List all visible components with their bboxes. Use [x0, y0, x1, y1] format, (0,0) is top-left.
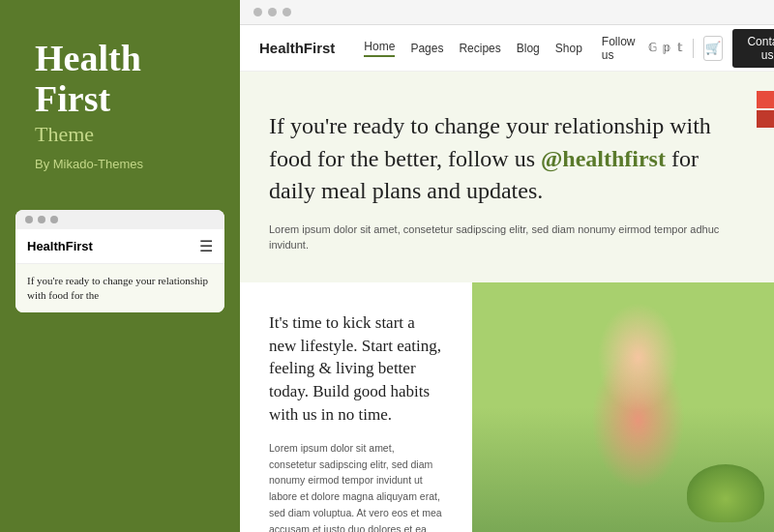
- sidebar-author: By Mikado-Themes: [35, 157, 211, 171]
- salad-bowl: [687, 464, 764, 522]
- mini-hero-text: If you're ready to change your relations…: [27, 274, 213, 304]
- sidebar-top: Health First Theme By Mikado-Themes: [0, 0, 240, 200]
- browser-chrome: [240, 0, 774, 25]
- site-nav: HealthFirst Home Pages Recipes Blog Shop…: [240, 25, 774, 72]
- float-btn-bottom[interactable]: [757, 110, 774, 128]
- nav-shop[interactable]: Shop: [555, 42, 582, 55]
- mini-browser-bar: [15, 210, 224, 229]
- cart-icon[interactable]: 🛒: [703, 36, 723, 61]
- mini-dot-1: [25, 216, 33, 223]
- nav-blog[interactable]: Blog: [517, 42, 540, 55]
- main-content: HealthFirst Home Pages Recipes Blog Shop…: [240, 0, 774, 532]
- nav-recipes[interactable]: Recipes: [459, 42, 500, 55]
- mini-dot-2: [38, 216, 45, 223]
- mini-nav: HealthFirst ☰: [15, 229, 224, 264]
- nav-links: Home Pages Recipes Blog Shop: [364, 40, 581, 57]
- hero-section: If you're ready to change your relations…: [240, 72, 774, 282]
- mini-browser-preview: HealthFirst ☰ If you're ready to change …: [15, 210, 224, 313]
- follow-us-label: Follow us: [602, 35, 639, 62]
- float-btn-top[interactable]: [757, 91, 774, 108]
- bottom-left: It's time to kick start a new lifestyle.…: [240, 282, 472, 532]
- nav-pages[interactable]: Pages: [410, 42, 443, 55]
- hero-handle: @healthfirst: [541, 146, 666, 171]
- mini-content: If you're ready to change your relations…: [15, 264, 224, 313]
- sidebar: Health First Theme By Mikado-Themes Heal…: [0, 0, 240, 532]
- bottom-subtext: Lorem ipsum dolor sit amet, consetetur s…: [269, 440, 443, 532]
- chrome-dot-3: [283, 8, 291, 16]
- hamburger-icon: ☰: [199, 237, 213, 255]
- bottom-image: [472, 282, 774, 532]
- contact-button[interactable]: Contact us: [732, 29, 774, 68]
- nav-divider: [693, 39, 694, 58]
- bottom-section: It's time to kick start a new lifestyle.…: [240, 282, 774, 532]
- hero-subtext: Lorem ipsum dolor sit amet, consetetur s…: [269, 222, 745, 253]
- chrome-dot-1: [253, 8, 262, 16]
- nav-home[interactable]: Home: [364, 40, 395, 57]
- site-brand: HealthFirst: [259, 40, 335, 56]
- chrome-dot-2: [268, 8, 277, 16]
- mini-dot-3: [50, 216, 58, 223]
- sidebar-subtitle: Theme: [35, 122, 211, 147]
- hero-headline: If you're ready to change your relations…: [269, 110, 745, 208]
- nav-right: Follow us 𝔾 𝕡 𝕥 🛒 Contact us: [602, 29, 774, 68]
- instagram-icon[interactable]: 𝔾: [648, 41, 657, 55]
- twitter-icon[interactable]: 𝕥: [677, 41, 683, 55]
- social-icons: 𝔾 𝕡 𝕥: [648, 41, 683, 55]
- bottom-heading: It's time to kick start a new lifestyle.…: [269, 311, 443, 427]
- float-side-btns: [757, 91, 774, 128]
- pinterest-icon[interactable]: 𝕡: [663, 41, 671, 55]
- sidebar-title: Health First: [35, 39, 211, 120]
- mini-brand: HealthFirst: [27, 239, 93, 253]
